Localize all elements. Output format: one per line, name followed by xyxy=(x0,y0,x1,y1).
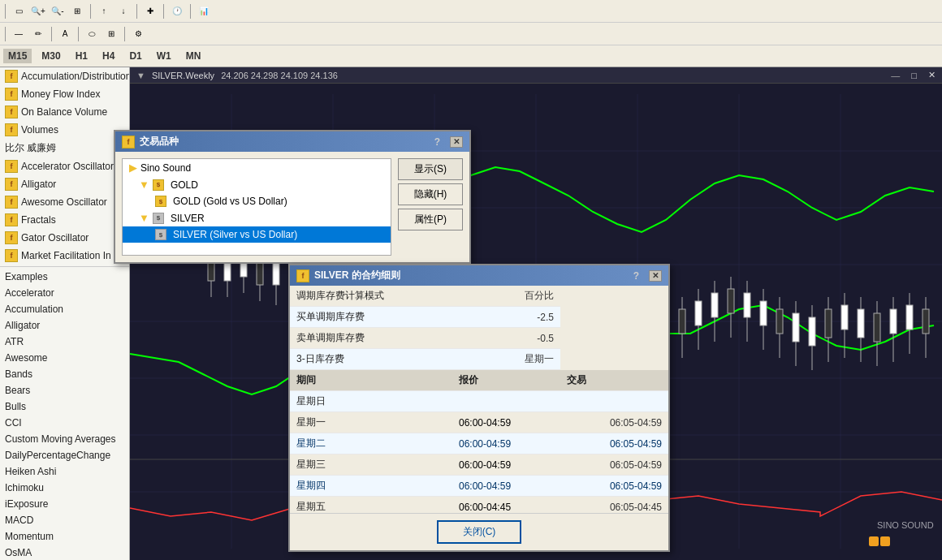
symbol-dialog-titlebar[interactable]: f 交易品种 ? ✕ xyxy=(115,131,469,152)
symbol-tree-silver[interactable]: ▼ $ SILVER xyxy=(123,209,391,226)
indicator-icon: f xyxy=(5,249,18,262)
indicator-item[interactable]: Ichimoku xyxy=(0,480,129,496)
indicator-item[interactable]: f Accumulation/Distribution xyxy=(0,67,129,85)
zoom-in-icon[interactable]: 🔍+ xyxy=(30,3,46,19)
indicator-item[interactable]: Custom Moving Averages xyxy=(0,431,129,447)
indicator-item[interactable]: OsMA xyxy=(0,545,129,560)
indicator-item[interactable]: f Money Flow Index xyxy=(0,85,129,103)
tf-mn[interactable]: MN xyxy=(181,49,206,63)
svg-rect-88 xyxy=(776,309,783,334)
symbol-tree-root[interactable]: ▶ Sino Sound xyxy=(123,159,391,176)
symbol-tree[interactable]: ▶ Sino Sound ▼ $ GOLD $ GOLD (Gold vs US… xyxy=(122,158,391,256)
svg-rect-109 xyxy=(869,536,879,546)
indicator-icon: f xyxy=(5,231,18,244)
show-button[interactable]: 显示(S) xyxy=(398,158,463,180)
contract-help-btn[interactable]: ? xyxy=(633,270,639,282)
tree-item-label: GOLD xyxy=(171,179,198,191)
contract-dialog-icon: f xyxy=(296,269,309,282)
tf-w1[interactable]: W1 xyxy=(152,49,176,63)
hide-button[interactable]: 隐藏(H) xyxy=(398,183,463,205)
ellipse-icon[interactable]: ⬭ xyxy=(84,26,100,42)
quote-time: 06:00-04:59 xyxy=(452,476,560,497)
indicator-item[interactable]: f Volumes xyxy=(0,121,129,139)
quote-time: 06:00-04:59 xyxy=(452,433,560,454)
zoom-out-icon[interactable]: 🔍- xyxy=(50,3,66,19)
indicator-item[interactable]: Accumulation xyxy=(0,301,129,317)
contract-close-button[interactable]: 关闭(C) xyxy=(437,520,522,544)
symbol-tree-gold-item[interactable]: $ GOLD (Gold vs US Dollar) xyxy=(123,193,391,209)
symbol-help-btn[interactable]: ? xyxy=(434,136,440,148)
svg-rect-90 xyxy=(793,313,799,342)
contract-scroll-area[interactable]: 调期库存费计算模式 百分比 买单调期库存费 -2.5 卖单调期库存费 -0.5 … xyxy=(290,286,668,513)
indicator-item[interactable]: Awesome xyxy=(0,350,129,366)
indicator-item[interactable]: Heiken Ashi xyxy=(0,463,129,480)
toolbar-row-2: — ✏ A ⬭ ⊞ ⚙ xyxy=(0,23,942,45)
indicator-item[interactable]: f Gator Oscillator xyxy=(0,229,129,247)
line-tool-icon[interactable]: — xyxy=(11,26,27,42)
tf-d1[interactable]: D1 xyxy=(124,49,146,63)
settings-icon[interactable]: ⚙ xyxy=(130,26,146,42)
properties-button[interactable]: 属性(P) xyxy=(398,209,463,230)
indicator-item[interactable]: Bulls xyxy=(0,398,129,415)
tree-item-label: SILVER xyxy=(171,213,205,224)
indicator-item[interactable]: ATR xyxy=(0,334,129,350)
svg-rect-80 xyxy=(711,293,718,317)
clock-icon[interactable]: 🕐 xyxy=(169,3,185,19)
indicator-market-facilitation[interactable]: f Market Facilitation In xyxy=(0,247,129,265)
indicator-item[interactable]: Momentum xyxy=(0,528,129,545)
tf-m30[interactable]: M30 xyxy=(37,49,65,63)
indicator-item[interactable]: Accelerator xyxy=(0,285,129,301)
objects-icon[interactable]: ⊞ xyxy=(103,26,119,42)
indicator-item[interactable]: DailyPercentageChange xyxy=(0,447,129,463)
new-chart-icon[interactable]: ▭ xyxy=(11,3,27,19)
schedule-col-period: 期间 xyxy=(290,370,452,391)
indicator-item[interactable]: Alligator xyxy=(0,317,129,334)
indicator-examples[interactable]: Examples xyxy=(0,269,129,285)
tf-h4[interactable]: H4 xyxy=(97,49,119,63)
indicator-item[interactable]: f Fractals xyxy=(0,211,129,229)
add-indicator-icon[interactable]: ✚ xyxy=(142,3,158,19)
chart-minimize-icon[interactable]: — xyxy=(891,71,900,80)
contract-close-btn[interactable]: ✕ xyxy=(649,270,662,282)
chart-type-icon[interactable]: 📊 xyxy=(196,3,212,19)
indicator-icon: f xyxy=(5,178,18,191)
indicator-item[interactable]: f Accelerator Oscillator xyxy=(0,157,129,175)
contract-dialog-titlebar[interactable]: f SILVER 的合约细则 ? ✕ xyxy=(290,265,668,286)
chart-symbol: SILVER.Weekly xyxy=(152,71,214,80)
chart-grid-icon[interactable]: ⊞ xyxy=(69,3,85,19)
indicator-item[interactable]: Bears xyxy=(0,382,129,398)
svg-rect-84 xyxy=(744,293,750,317)
symbol-tree-gold[interactable]: ▼ $ GOLD xyxy=(123,176,391,193)
separator4 xyxy=(163,4,164,19)
indicator-item[interactable]: f Alligator xyxy=(0,175,129,193)
sep8 xyxy=(78,27,79,41)
indicator-bilwilliams[interactable]: 比尔 威廉姆 xyxy=(0,139,129,157)
indicator-item[interactable]: iExposure xyxy=(0,496,129,512)
pencil-icon[interactable]: ✏ xyxy=(30,26,46,42)
chart-down-icon[interactable]: ↓ xyxy=(115,3,132,19)
chart-dropdown-icon[interactable]: ▼ xyxy=(136,71,145,80)
day-label: 星期日 xyxy=(290,391,452,412)
chart-maximize-icon[interactable]: □ xyxy=(911,71,917,80)
chart-up-icon[interactable]: ↑ xyxy=(96,3,112,19)
svg-rect-86 xyxy=(760,301,767,325)
symbol-close-btn[interactable]: ✕ xyxy=(450,136,463,148)
tree-item-label: Sino Sound xyxy=(140,162,191,174)
row-value: -2.5 xyxy=(452,307,560,328)
indicator-item[interactable]: Bands xyxy=(0,366,129,382)
contract-table: 调期库存费计算模式 百分比 买单调期库存费 -2.5 卖单调期库存费 -0.5 … xyxy=(290,286,668,513)
svg-rect-102 xyxy=(890,309,897,334)
folder-icon: ▶ xyxy=(129,162,137,174)
indicator-item[interactable]: f On Balance Volume xyxy=(0,103,129,121)
separator xyxy=(0,266,129,267)
quote-time: 06:00-04:45 xyxy=(452,497,560,514)
chart-close-icon[interactable]: ✕ xyxy=(928,70,936,80)
indicator-item[interactable]: f Awesome Oscillator xyxy=(0,193,129,211)
text-icon[interactable]: A xyxy=(57,26,73,42)
indicator-item[interactable]: CCI xyxy=(0,415,129,431)
indicator-item[interactable]: MACD xyxy=(0,512,129,528)
svg-text:SINO SOUND: SINO SOUND xyxy=(877,520,934,530)
tf-h1[interactable]: H1 xyxy=(71,49,93,63)
symbol-tree-silver-item[interactable]: $ SILVER (Silver vs US Dollar) xyxy=(123,226,391,243)
tf-m15[interactable]: M15 xyxy=(3,49,32,63)
